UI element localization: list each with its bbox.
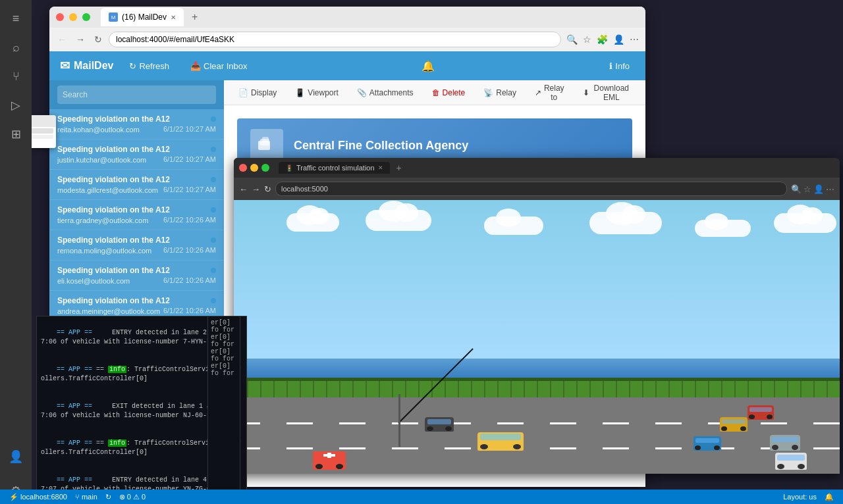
menu-icon[interactable]: ⋯ <box>628 33 640 46</box>
refresh-button[interactable]: ↻ Refresh <box>124 59 175 74</box>
search-input[interactable] <box>57 86 216 104</box>
email-item[interactable]: Speeding violation on the A12 remona.mol… <box>49 230 224 261</box>
traffic-reload[interactable]: ↻ <box>264 184 271 194</box>
app-name: MailDev <box>74 60 113 72</box>
unread-dot <box>211 238 216 243</box>
email-item[interactable]: Speeding violation on the A12 tierra.gra… <box>49 200 224 230</box>
browser-toolbar: ← → ↻ 🔍 ☆ 🧩 👤 ⋯ <box>49 28 645 51</box>
status-server[interactable]: ⚡ localhost:6800 <box>5 493 71 501</box>
status-bell[interactable]: 🔔 <box>821 493 838 501</box>
vscode-activity-bar: ≡ ⌕ ⑂ ▷ ⊞ 👤 ⚙ <box>0 0 32 504</box>
email-item[interactable]: Speeding violation on the A12 reita.koha… <box>49 109 224 139</box>
maximize-dot[interactable] <box>82 13 90 21</box>
email-sender: modesta.gillcrest@outlook.com <box>57 186 158 194</box>
info-button[interactable]: ℹ Info <box>604 59 635 74</box>
traffic-max-dot[interactable] <box>261 164 269 172</box>
forward-button[interactable]: → <box>73 33 88 46</box>
unread-dot <box>211 116 216 122</box>
email-subject: Speeding violation on the A12 <box>57 296 216 305</box>
profile-icon[interactable]: 👤 <box>612 33 626 46</box>
traffic-new-tab[interactable]: + <box>396 163 402 173</box>
traffic-menu[interactable]: ⋯ <box>826 184 834 194</box>
traffic-address-bar[interactable] <box>275 182 787 196</box>
email-sender: andrea.meininger@outlook.com <box>57 307 160 315</box>
bookmark-icon[interactable]: ☆ <box>582 33 593 46</box>
activity-search[interactable]: ⌕ <box>3 34 29 61</box>
relay-button[interactable]: 📡 Relay <box>479 86 520 100</box>
relay-to-button[interactable]: ↗ Relay to <box>531 81 568 105</box>
road <box>234 397 840 474</box>
viewport-label: Viewport <box>308 88 338 97</box>
cloud-1 <box>286 213 339 232</box>
minimize-dot[interactable] <box>69 13 77 21</box>
cloud-5 <box>695 220 751 237</box>
cloud-4 <box>589 212 662 234</box>
traffic-tab-label: Traffic control simulation <box>296 164 375 172</box>
email-sender: remona.moling@outlook.com <box>57 247 151 255</box>
branch-icon: ⑂ <box>75 493 80 501</box>
download-eml-label: Download EML <box>592 84 631 102</box>
close-dot[interactable] <box>56 13 64 21</box>
warning-count: 0 <box>142 493 146 501</box>
email-item[interactable]: Speeding violation on the A12 eli.kosel@… <box>49 261 224 291</box>
svg-rect-2 <box>262 137 269 142</box>
agency-logo <box>250 129 283 162</box>
sync-icon: ↻ <box>105 493 111 501</box>
browser-tab-maildev[interactable]: M (16) MailDev ✕ <box>101 8 184 26</box>
viewport-button[interactable]: 📱 Viewport <box>291 86 342 100</box>
traffic-profile[interactable]: 👤 <box>813 184 824 194</box>
traffic-close-dot[interactable] <box>239 164 247 172</box>
download-eml-button[interactable]: ⬇ Download EML <box>579 81 635 105</box>
activity-explorer[interactable]: ≡ <box>3 5 29 32</box>
traffic-tab-close[interactable]: ✕ <box>378 164 383 171</box>
email-subject: Speeding violation on the A12 <box>57 236 216 245</box>
tab-close-button[interactable]: ✕ <box>171 14 176 21</box>
delete-button[interactable]: 🗑 Delete <box>428 86 470 100</box>
back-button[interactable]: ← <box>55 33 69 46</box>
email-item[interactable]: Speeding violation on the A12 modesta.gi… <box>49 170 224 200</box>
activity-git[interactable]: ⑂ <box>3 63 29 89</box>
tab-label: (16) MailDev <box>122 13 167 22</box>
email-item[interactable]: Speeding violation on the A12 justin.kut… <box>49 139 224 170</box>
email-meta: tierra.gradney@outlook.com 6/1/22 10:26 … <box>57 215 216 224</box>
delete-label: Delete <box>443 88 466 97</box>
status-layout[interactable]: Layout: us <box>779 493 821 501</box>
search-icon[interactable]: 🔍 <box>565 33 579 46</box>
status-branch[interactable]: ⑂ main <box>71 493 101 501</box>
camera-pole <box>398 394 400 447</box>
layout-label: Layout: us <box>783 493 817 501</box>
reload-button[interactable]: ↻ <box>92 33 105 46</box>
email-meta: andrea.meininger@outlook.com 6/1/22 10:2… <box>57 306 216 315</box>
traffic-min-dot[interactable] <box>250 164 258 172</box>
traffic-tab[interactable]: 🚦 Traffic control simulation ✕ <box>279 162 390 174</box>
status-sync[interactable]: ↻ <box>101 493 115 501</box>
attachments-label: Attachments <box>369 88 414 97</box>
traffic-forward[interactable]: → <box>252 184 260 194</box>
notification-bell[interactable]: 🔔 <box>422 60 435 72</box>
address-bar[interactable] <box>109 32 561 47</box>
new-tab-button[interactable]: + <box>189 11 200 23</box>
refresh-icon: ↻ <box>129 61 136 71</box>
lane-line-2 <box>234 447 840 449</box>
email-subject: Speeding violation on the A12 <box>57 205 216 214</box>
toolbar-icons: 🔍 ☆ 🧩 👤 ⋯ <box>565 33 640 46</box>
activity-run[interactable]: ▷ <box>3 92 29 118</box>
email-time: 6/1/22 10:26 AM <box>163 276 216 284</box>
activity-extensions[interactable]: ⊞ <box>3 121 29 147</box>
activity-accounts[interactable]: 👤 <box>3 443 29 470</box>
extension-icon[interactable]: 🧩 <box>595 33 609 46</box>
email-time: 6/1/22 10:26 AM <box>163 216 216 224</box>
traffic-back[interactable]: ← <box>239 184 248 194</box>
sky <box>234 200 840 378</box>
display-button[interactable]: 📄 Display <box>234 86 281 100</box>
bell-icon: 🔔 <box>825 493 834 501</box>
relay-label: Relay <box>496 88 516 97</box>
clear-inbox-label: Clear Inbox <box>204 61 247 71</box>
email-sender: tierra.gradney@outlook.com <box>57 216 148 224</box>
traffic-bookmark[interactable]: ☆ <box>803 184 811 194</box>
attachments-button[interactable]: 📎 Attachments <box>353 86 418 100</box>
traffic-zoom-in[interactable]: 🔍 <box>791 184 802 194</box>
clear-inbox-button[interactable]: 📥 Clear Inbox <box>185 59 252 74</box>
status-errors[interactable]: ⊗ 0 ⚠ 0 <box>115 493 150 501</box>
email-meta: eli.kosel@outlook.com 6/1/22 10:26 AM <box>57 276 216 285</box>
